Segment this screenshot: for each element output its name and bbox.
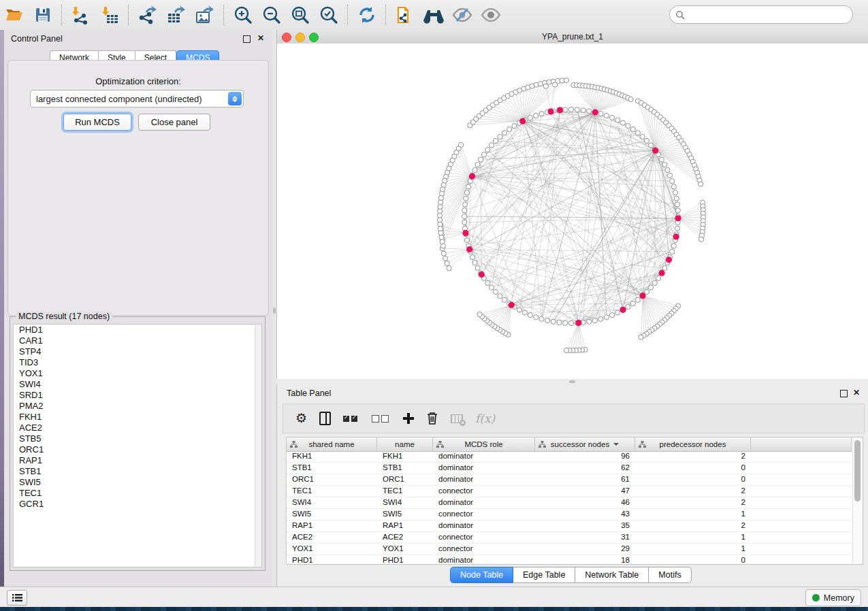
mcds-result-item[interactable]: YOX1 [14,368,261,379]
mcds-result-item[interactable]: STB5 [14,433,261,444]
graph-hub-node[interactable] [469,174,475,180]
graph-node[interactable] [539,316,544,321]
table-row[interactable]: SWI4SWI4dominator462 [287,497,852,509]
graph-node[interactable] [528,312,532,317]
mcds-result-item[interactable]: FKH1 [14,412,261,423]
graph-node[interactable] [598,316,603,321]
graph-node[interactable] [628,97,633,101]
graph-hub-node[interactable] [557,107,563,113]
graph-node[interactable] [640,134,645,139]
clone-network-icon[interactable] [393,3,417,27]
mcds-result-item[interactable]: SWI4 [14,379,261,390]
graph-node[interactable] [462,202,467,207]
tab-motifs[interactable]: Motifs [649,567,691,583]
graph-node[interactable] [466,184,471,189]
import-table-icon[interactable] [98,3,121,27]
graph-hub-node[interactable] [592,109,598,115]
graph-node[interactable] [662,265,667,270]
graph-node[interactable] [648,143,653,148]
graph-node[interactable] [575,108,579,112]
export-image-icon[interactable] [193,3,216,27]
table-scrollbar[interactable] [852,437,863,564]
graph-node[interactable] [626,123,630,128]
graph-node[interactable] [652,280,657,285]
mcds-result-item[interactable]: TEC1 [14,488,261,499]
horizontal-splitter[interactable] [276,379,868,384]
optimization-criterion-select[interactable]: largest connected component (undirected) [30,90,244,108]
mcds-result-item[interactable]: ORC1 [14,444,261,455]
graph-node[interactable] [698,237,703,242]
network-search-field[interactable] [669,5,853,24]
graph-node[interactable] [443,256,447,261]
graph-node[interactable] [675,202,679,207]
graph-node[interactable] [615,118,620,122]
graph-node[interactable] [698,182,703,186]
graph-node[interactable] [620,120,625,125]
graph-node[interactable] [639,335,643,340]
graph-node[interactable] [626,304,630,309]
graph-node[interactable] [564,78,568,83]
graph-hub-node[interactable] [479,271,485,278]
column-header-name[interactable]: name [377,437,433,451]
graph-node[interactable] [670,249,675,254]
graph-node[interactable] [462,214,466,218]
graph-node[interactable] [498,293,502,298]
graph-node[interactable] [485,148,490,152]
delete-column-trash-icon[interactable] [426,412,438,425]
graph-hub-node[interactable] [519,118,526,125]
float-panel-icon[interactable] [243,35,251,43]
graph-node[interactable] [659,157,664,162]
graph-node[interactable] [493,138,498,143]
graph-node[interactable] [662,162,667,167]
mcds-result-item[interactable]: STB1 [14,466,261,477]
graph-node[interactable] [489,285,494,290]
graph-node[interactable] [557,320,562,325]
graph-node[interactable] [598,112,603,116]
graph-node[interactable] [675,208,680,213]
graph-node[interactable] [673,190,677,195]
run-mcds-button[interactable]: Run MCDS [63,114,131,131]
graph-node[interactable] [534,315,539,320]
graph-node[interactable] [592,318,597,323]
graph-node[interactable] [553,82,558,87]
graph-node[interactable] [517,308,521,312]
table-row[interactable]: RAP1RAP1dominator352 [287,521,852,532]
graph-node[interactable] [447,266,451,271]
zoom-fit-icon[interactable] [289,3,312,27]
network-canvas[interactable] [277,44,868,379]
graph-hub-node[interactable] [639,293,645,299]
mcds-list-scrollbar[interactable] [255,325,261,567]
graph-hub-node[interactable] [666,257,672,263]
graph-node[interactable] [485,280,490,285]
graph-node[interactable] [564,348,569,352]
graph-node[interactable] [563,108,568,112]
graph-node[interactable] [464,190,469,195]
tab-edge-table[interactable]: Edge Table [513,567,575,583]
graph-node[interactable] [475,265,480,270]
table-row[interactable]: TEC1TEC1connector472 [287,486,852,497]
mcds-result-item[interactable]: ACE2 [14,423,261,433]
memory-button[interactable]: Memory [805,589,861,606]
graph-node[interactable] [630,301,635,306]
graph-node[interactable] [615,310,620,315]
graph-node[interactable] [670,179,675,184]
graph-node[interactable] [609,312,614,317]
graph-node[interactable] [635,297,640,302]
graph-node[interactable] [462,220,467,225]
zoom-out-icon[interactable] [260,3,283,27]
close-table-panel-icon[interactable]: ✕ [853,388,860,397]
column-visibility-icon[interactable] [319,412,331,425]
graph-node[interactable] [498,134,502,139]
graph-node[interactable] [551,319,556,324]
graph-node[interactable] [671,184,676,189]
mcds-result-item[interactable]: PMA2 [14,401,261,412]
table-row[interactable]: SWI5SWI5connector431 [287,509,852,521]
mcds-result-item[interactable]: RAP1 [14,455,261,466]
graph-node[interactable] [671,244,676,248]
show-all-eye-icon[interactable] [479,3,502,27]
graph-hub-node[interactable] [620,307,626,313]
graph-node[interactable] [477,312,482,316]
graph-node[interactable] [674,196,679,201]
mcds-result-item[interactable]: GCR1 [14,499,261,510]
graph-hub-node[interactable] [575,320,581,326]
